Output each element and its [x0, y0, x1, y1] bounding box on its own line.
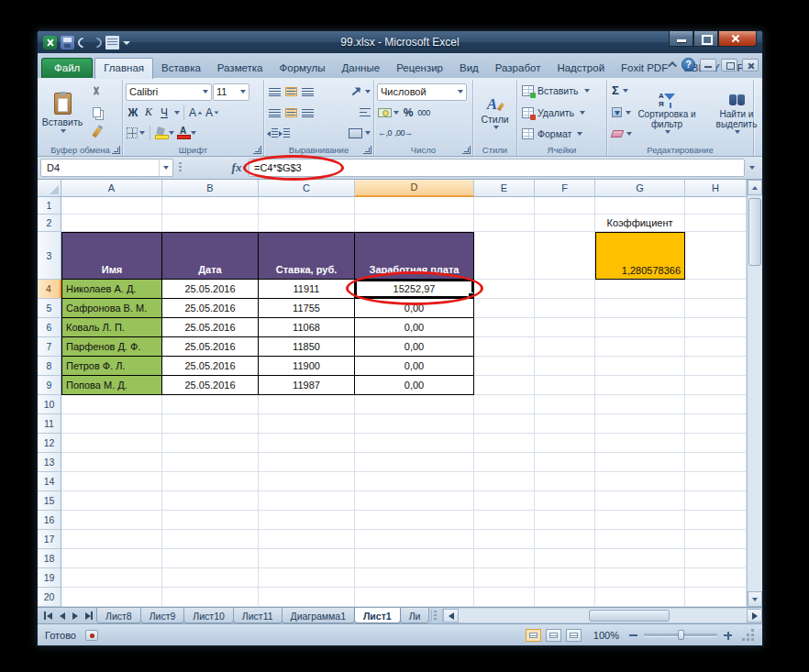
- scroll-left-button[interactable]: [443, 609, 459, 622]
- cell-A18[interactable]: [61, 549, 162, 568]
- align-bottom-button[interactable]: [302, 87, 314, 96]
- cell-D7[interactable]: 0,00: [355, 337, 474, 357]
- cell-G8[interactable]: [595, 357, 685, 376]
- prev-sheet-button[interactable]: [57, 611, 67, 621]
- cell-E20[interactable]: [474, 588, 535, 607]
- formula-bar-splitter[interactable]: [173, 159, 225, 177]
- cell-E16[interactable]: [474, 511, 535, 530]
- cell-F20[interactable]: [535, 588, 595, 607]
- cell-H14[interactable]: [685, 472, 747, 491]
- row-header-18[interactable]: 18: [38, 549, 61, 568]
- formula-input[interactable]: =C4*$G$3: [249, 159, 745, 177]
- comma-format-button[interactable]: 000: [416, 105, 431, 121]
- cell-C16[interactable]: [259, 511, 355, 530]
- vertical-scrollbar[interactable]: [747, 180, 762, 607]
- cell-D12[interactable]: [355, 434, 474, 453]
- cell-C9[interactable]: 11987: [259, 376, 355, 395]
- cell-G12[interactable]: [595, 434, 685, 453]
- cell-H4[interactable]: [685, 280, 747, 299]
- cell-H5[interactable]: [685, 299, 747, 318]
- font-family-select[interactable]: Calibri: [126, 83, 212, 101]
- merge-dropdown-arrow[interactable]: [365, 131, 371, 135]
- cell-B7[interactable]: 25.05.2016: [162, 337, 259, 357]
- cell-B16[interactable]: [162, 511, 259, 530]
- cell-C8[interactable]: 11900: [259, 357, 355, 376]
- cell-G17[interactable]: [595, 530, 685, 549]
- row-header-20[interactable]: 20: [38, 588, 61, 607]
- cell-D19[interactable]: [355, 568, 474, 588]
- cell-A3[interactable]: Имя: [61, 232, 162, 280]
- view-normal-button[interactable]: [526, 629, 541, 642]
- cell-B20[interactable]: [162, 588, 259, 607]
- number-format-select[interactable]: Числовой: [377, 83, 467, 101]
- macro-record-button[interactable]: [85, 630, 98, 641]
- cell-C1[interactable]: [259, 197, 355, 215]
- cell-A11[interactable]: [61, 414, 162, 434]
- cell-A20[interactable]: [61, 588, 162, 607]
- tab-layout[interactable]: Разметка: [209, 59, 272, 78]
- cell-E10[interactable]: [474, 395, 535, 414]
- col-header-F[interactable]: F: [535, 180, 595, 197]
- percent-format-button[interactable]: %: [401, 105, 416, 121]
- cell-H13[interactable]: [685, 453, 747, 472]
- row-header-8[interactable]: 8: [38, 357, 61, 376]
- cell-A9[interactable]: Попова М. Д.: [61, 376, 162, 395]
- cell-C13[interactable]: [259, 453, 355, 472]
- orientation-button[interactable]: [350, 86, 362, 98]
- cell-H10[interactable]: [685, 395, 747, 414]
- view-page-break-button[interactable]: [566, 629, 582, 642]
- cell-D8[interactable]: 0,00: [355, 357, 474, 376]
- paste-button[interactable]: Вставить: [41, 82, 83, 143]
- cut-button[interactable]: [87, 83, 105, 100]
- cell-E2[interactable]: [474, 215, 535, 232]
- decrease-indent-button[interactable]: [267, 128, 278, 138]
- next-sheet-button[interactable]: [70, 611, 80, 621]
- cell-H18[interactable]: [685, 549, 747, 568]
- cell-H7[interactable]: [685, 337, 747, 357]
- cell-A5[interactable]: Сафронова В. М.: [61, 299, 162, 318]
- cell-E6[interactable]: [474, 318, 535, 337]
- tab-view[interactable]: Вид: [451, 59, 487, 78]
- zoom-in-button[interactable]: [722, 629, 734, 641]
- cell-E15[interactable]: [474, 491, 535, 511]
- cell-A6[interactable]: Коваль Л. П.: [61, 318, 162, 337]
- cell-B8[interactable]: 25.05.2016: [162, 357, 259, 376]
- cell-E12[interactable]: [474, 434, 535, 453]
- borders-button[interactable]: [126, 125, 146, 141]
- cell-A14[interactable]: [61, 472, 162, 491]
- cell-B19[interactable]: [162, 568, 259, 588]
- cell-E7[interactable]: [474, 337, 535, 357]
- cell-G6[interactable]: [595, 318, 685, 337]
- currency-format-button[interactable]: [377, 105, 400, 121]
- name-box-dropdown[interactable]: [159, 160, 172, 176]
- cell-E14[interactable]: [474, 472, 535, 491]
- sheet-tab-list10[interactable]: Лист10: [183, 608, 234, 623]
- cell-B10[interactable]: [162, 395, 259, 414]
- minimize-button[interactable]: [669, 31, 693, 47]
- cell-G15[interactable]: [595, 491, 685, 511]
- tab-insert[interactable]: Вставка: [153, 59, 209, 78]
- cell-D13[interactable]: [355, 453, 474, 472]
- cell-A13[interactable]: [61, 453, 162, 472]
- sheet-tab-list9[interactable]: Лист9: [140, 608, 185, 623]
- clear-button[interactable]: [610, 126, 632, 142]
- first-sheet-button[interactable]: [44, 611, 54, 621]
- cell-H2[interactable]: [685, 215, 747, 232]
- cell-B18[interactable]: [162, 549, 259, 568]
- tab-home[interactable]: Главная: [94, 58, 153, 79]
- cell-C3[interactable]: Ставка, руб.: [259, 232, 355, 280]
- cell-E8[interactable]: [474, 357, 535, 376]
- cell-A4[interactable]: Николаев А. Д.: [61, 280, 162, 299]
- cell-B15[interactable]: [162, 491, 259, 511]
- cell-D2[interactable]: [355, 215, 474, 232]
- tab-formulas[interactable]: Формулы: [272, 59, 334, 78]
- cell-A7[interactable]: Парфенов Д. Ф.: [61, 337, 162, 357]
- workbook-restore-button[interactable]: [721, 59, 737, 72]
- row-header-7[interactable]: 7: [38, 337, 61, 357]
- cell-A16[interactable]: [61, 511, 162, 530]
- cell-H12[interactable]: [685, 434, 747, 453]
- cell-H20[interactable]: [685, 588, 747, 607]
- cell-F11[interactable]: [535, 414, 595, 434]
- cell-D4[interactable]: 15252,97: [355, 280, 474, 299]
- formula-bar-expand-button[interactable]: [745, 159, 759, 177]
